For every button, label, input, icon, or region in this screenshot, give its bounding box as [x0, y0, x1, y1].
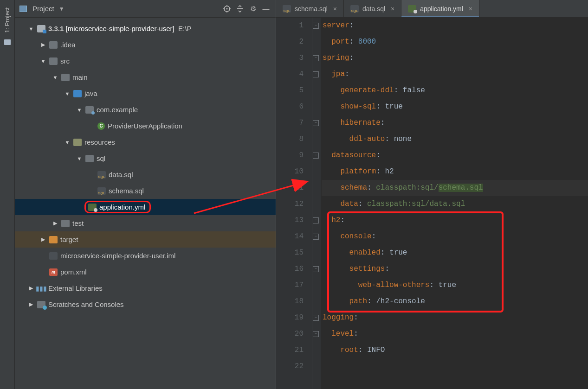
fold-toggle-icon[interactable]: − [313, 153, 319, 159]
gear-icon[interactable]: ⚙ [248, 4, 258, 14]
library-icon: ▮▮▮ [37, 285, 45, 292]
code-line[interactable]: root: INFO [322, 342, 588, 358]
scratches-icon [37, 301, 45, 308]
fold-toggle-icon[interactable]: − [313, 331, 319, 337]
tree-node-class[interactable]: C ProviderUserApplication [15, 118, 276, 134]
code-line[interactable]: spring: [322, 50, 588, 66]
fold-toggle-icon[interactable]: − [313, 234, 319, 240]
expand-icon[interactable] [76, 107, 83, 113]
code-line[interactable]: hibernate: [322, 115, 588, 131]
code-line[interactable]: port: 8000 [322, 34, 588, 50]
tree-node-scratches[interactable]: Scratches and Consoles [15, 296, 276, 312]
folder-icon [49, 41, 58, 49]
code-line[interactable]: web-allow-others: true [322, 277, 588, 293]
code-line[interactable]: h2: [322, 212, 588, 229]
collapse-all-icon[interactable] [235, 4, 245, 14]
code-line[interactable]: server: [322, 18, 588, 34]
close-icon[interactable]: × [333, 5, 337, 13]
editor-tab[interactable]: SQLschema.sql× [276, 0, 344, 17]
expand-icon[interactable] [28, 301, 34, 307]
code-line[interactable]: console: [322, 229, 588, 245]
tab-label: data.sql [362, 5, 385, 13]
code-line[interactable]: ddl-auto: none [322, 131, 588, 147]
tree-node-root[interactable]: 3.3.1 [microservice-simple-provider-user… [15, 20, 276, 37]
yml-file-icon [408, 5, 416, 13]
code-line[interactable]: datasource: [322, 147, 588, 164]
code-line[interactable]: schema: classpath:sql/schema.sql [322, 180, 588, 196]
target-folder-icon [49, 236, 58, 243]
minimize-icon[interactable]: — [261, 4, 271, 14]
expand-icon[interactable] [28, 26, 34, 32]
tree-node-main[interactable]: main [15, 69, 276, 85]
close-icon[interactable]: × [391, 5, 394, 13]
fold-toggle-icon[interactable]: − [313, 217, 319, 223]
code-line[interactable]: level: [322, 326, 588, 342]
tree-node-pom[interactable]: m pom.xml [15, 264, 276, 280]
tree-node-src[interactable]: src [15, 53, 276, 69]
close-icon[interactable]: × [469, 5, 472, 13]
class-icon: C [97, 122, 105, 130]
target-icon[interactable] [222, 4, 232, 14]
editor-tab[interactable]: SQLdata.sql× [344, 0, 401, 17]
fold-toggle-icon[interactable]: − [313, 120, 319, 126]
folder-icon [61, 74, 70, 81]
expand-icon[interactable] [64, 91, 71, 96]
folder-icon [85, 155, 94, 162]
code-line[interactable]: jpa: [322, 66, 588, 83]
tree-node-label: java [84, 89, 97, 97]
code-line[interactable]: settings: [322, 261, 588, 277]
tree-node-java[interactable]: java [15, 85, 276, 102]
fold-toggle-icon[interactable]: − [313, 71, 319, 77]
fold-strip[interactable]: −−−−−−−−−− [312, 18, 321, 389]
project-tree[interactable]: 3.3.1 [microservice-simple-provider-user… [15, 18, 276, 389]
tree-node-label: Scratches and Consoles [48, 300, 124, 308]
tree-node-iml[interactable]: microservice-simple-provider-user.iml [15, 248, 276, 264]
code-editor[interactable]: 12345678910111213141516171819202122 −−−−… [276, 18, 588, 389]
project-view-selector-icon[interactable] [19, 6, 27, 12]
expand-icon[interactable] [40, 42, 46, 48]
tree-node-schema-sql[interactable]: SQL schema.sql [15, 183, 276, 199]
fold-toggle-icon[interactable]: − [313, 23, 319, 29]
expand-icon[interactable] [52, 220, 58, 226]
project-panel: Project ▼ ⚙ — 3.3.1 [microservice-simple… [15, 0, 276, 389]
fold-toggle-icon[interactable]: − [313, 266, 319, 272]
tree-node-idea[interactable]: .idea [15, 37, 276, 53]
code-line[interactable]: platform: h2 [322, 164, 588, 180]
tree-node-target[interactable]: target [15, 231, 276, 248]
tree-node-data-sql[interactable]: SQL data.sql [15, 166, 276, 183]
code-line[interactable]: data: classpath:sql/data.sql [322, 196, 588, 212]
tree-node-sqlfolder[interactable]: sql [15, 150, 276, 166]
project-tool-label: 1: Project [4, 7, 11, 33]
expand-icon[interactable] [76, 156, 83, 161]
sql-file-icon: SQL [283, 5, 291, 13]
tree-node-application-yml[interactable]: application.yml [15, 199, 276, 215]
tree-node-test[interactable]: test [15, 215, 276, 231]
expand-icon[interactable] [64, 140, 71, 145]
tree-node-label: resources [84, 138, 115, 146]
code-line[interactable]: enabled: true [322, 245, 588, 261]
tree-node-label: microservice-simple-provider-user.iml [60, 252, 175, 260]
tool-window-strip: 1: Project [0, 0, 15, 389]
code-line[interactable] [322, 358, 588, 375]
expand-icon[interactable] [40, 236, 46, 242]
code-line[interactable]: generate-ddl: false [322, 83, 588, 99]
expand-icon[interactable] [40, 58, 46, 64]
sql-file-icon: SQL [97, 187, 106, 195]
code-content[interactable]: server: port: 8000spring: jpa: generate-… [321, 18, 588, 389]
expand-icon[interactable] [28, 285, 34, 291]
module-icon [37, 25, 45, 32]
editor-tab[interactable]: application.yml× [401, 0, 479, 17]
code-line[interactable]: path: /h2-console [322, 293, 588, 310]
project-tool-button[interactable]: 1: Project [4, 4, 11, 37]
package-icon [85, 106, 94, 114]
tree-node-resources[interactable]: resources [15, 134, 276, 150]
fold-toggle-icon[interactable]: − [313, 55, 319, 61]
fold-toggle-icon[interactable]: − [313, 315, 319, 321]
tree-node-external-libs[interactable]: ▮▮▮ External Libraries [15, 280, 276, 296]
code-line[interactable]: logging: [322, 310, 588, 326]
code-line[interactable]: show-sql: true [322, 99, 588, 115]
expand-icon[interactable] [52, 75, 58, 80]
tree-node-package[interactable]: com.example [15, 102, 276, 118]
line-gutter[interactable]: 12345678910111213141516171819202122 [276, 18, 312, 389]
chevron-down-icon[interactable]: ▼ [59, 6, 65, 12]
